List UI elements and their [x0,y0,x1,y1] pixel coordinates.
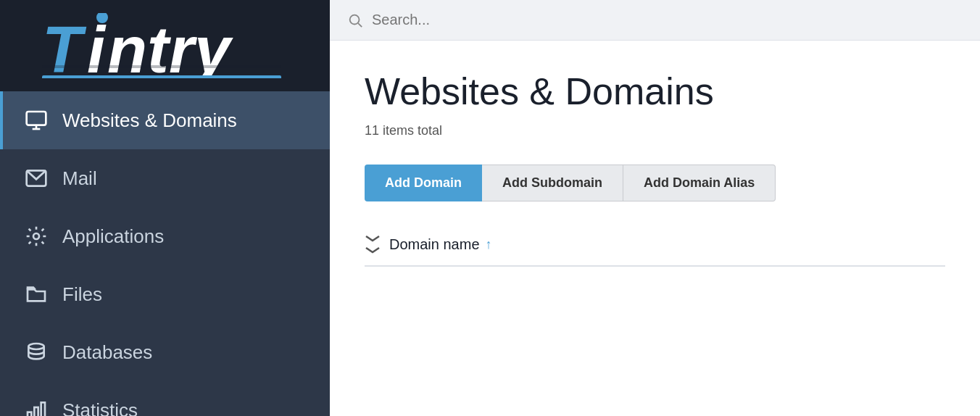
main-content: Websites & Domains 11 items total Add Do… [330,0,980,416]
sidebar-item-label: Websites & Domains [62,109,237,132]
svg-point-10 [33,233,39,239]
folder-icon [23,281,49,307]
svg-point-11 [28,344,43,349]
page-body: Websites & Domains 11 items total Add Do… [330,41,980,416]
add-domain-button[interactable]: Add Domain [365,165,482,201]
add-subdomain-button[interactable]: Add Subdomain [482,165,623,201]
svg-rect-6 [27,112,46,125]
sidebar-item-websites-domains[interactable]: Websites & Domains [0,91,330,149]
sidebar-item-label: Files [62,283,102,306]
domain-name-column-header[interactable]: Domain name ↑ [389,236,492,253]
svg-line-16 [358,23,362,27]
sidebar-item-statistics[interactable]: Statistics [0,381,330,416]
page-title: Websites & Domains [365,70,945,113]
stats-icon [23,397,49,416]
svg-text:ntry: ntry [107,14,233,78]
sidebar: T i ntry Websites & Domains [0,0,330,416]
table-header: Domain name ↑ [365,233,945,267]
action-buttons: Add Domain Add Subdomain Add Domain Alia… [365,165,945,201]
expand-collapse-icon[interactable] [365,233,381,255]
sidebar-item-applications[interactable]: Applications [0,207,330,265]
svg-text:i: i [87,14,107,78]
search-icon [347,12,363,28]
sidebar-item-label: Statistics [62,399,138,417]
sidebar-item-mail[interactable]: Mail [0,149,330,207]
mail-icon [23,165,49,191]
search-input[interactable] [372,12,963,28]
svg-rect-4 [42,75,281,78]
monitor-icon [23,107,49,133]
svg-point-15 [350,14,360,24]
logo-area: T i ntry [0,0,330,91]
sort-arrow-icon: ↑ [486,237,492,252]
svg-rect-5 [42,65,281,68]
gear-icon [23,223,49,249]
logo: T i ntry [42,13,288,78]
svg-rect-14 [41,402,45,416]
sidebar-item-label: Applications [62,225,164,248]
svg-rect-13 [34,407,38,416]
database-icon [23,339,49,365]
sidebar-nav: Websites & Domains Mail Applications [0,91,330,416]
add-domain-alias-button[interactable]: Add Domain Alias [623,165,776,201]
search-bar [330,0,980,41]
items-count: 11 items total [365,123,945,138]
sidebar-item-files[interactable]: Files [0,265,330,323]
sidebar-item-label: Mail [62,167,97,190]
sidebar-item-databases[interactable]: Databases [0,323,330,381]
svg-text:T: T [42,14,87,78]
sidebar-item-label: Databases [62,341,152,364]
svg-rect-12 [28,412,31,416]
